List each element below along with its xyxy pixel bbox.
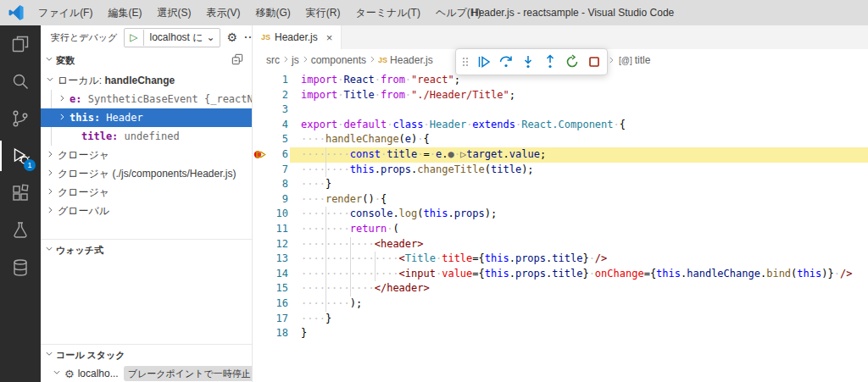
database-icon[interactable]	[0, 249, 41, 286]
code-token: React.Component	[521, 119, 613, 130]
step-into-button[interactable]	[518, 52, 538, 72]
section-watch[interactable]: ウォッチ式	[41, 241, 252, 259]
variables-tree-row[interactable]: クロージャ	[41, 146, 252, 164]
code-token: ;	[540, 148, 546, 160]
code-line[interactable]: 12············<header>	[253, 237, 868, 252]
code-editor: 1import·React·from·"react";2import·Title…	[253, 71, 868, 341]
launch-config-dropdown[interactable]: localhost に	[144, 30, 207, 45]
chevron-collapsed-icon[interactable]	[58, 93, 66, 105]
variables-tree-row[interactable]: グローバル	[41, 202, 252, 220]
code-line[interactable]: 11········return·(	[253, 222, 868, 237]
menu-item[interactable]: 表示(V)	[198, 0, 248, 25]
code-token: onChange	[595, 268, 644, 280]
line-number: 15	[264, 281, 288, 296]
code-token: }	[326, 178, 331, 190]
testing-flask-icon[interactable]	[0, 212, 41, 249]
breadcrumb-item[interactable]: js	[281, 54, 299, 66]
call-stack-thread-row[interactable]: ⚙ localho... ブレークポイントで一時停止しました	[41, 364, 252, 382]
code-token: this	[424, 208, 448, 219]
search-icon[interactable]	[0, 63, 41, 100]
code-text: ················<Title·title={this.props…	[301, 252, 607, 267]
code-line[interactable]: 5····handleChange(e)·{	[253, 132, 868, 147]
code-line[interactable]: 15············</header>	[253, 281, 868, 296]
section-call-stack[interactable]: コール スタック	[41, 346, 252, 364]
chevron-collapsed-icon[interactable]	[46, 168, 54, 180]
indent-guide	[326, 237, 326, 252]
variables-tree-row[interactable]: ローカル: handleChange	[41, 71, 252, 90]
vscode-window: ファイル(F)編集(E)選択(S)表示(V)移動(G)実行(R)ターミナル(T)…	[0, 0, 868, 382]
variables-tree-row[interactable]: this: Header	[41, 108, 252, 127]
section-divider	[41, 239, 252, 240]
code-line[interactable]: 14················<input·value={this.pro…	[253, 267, 868, 282]
code-line[interactable]: 17····}	[253, 312, 868, 327]
code-line[interactable]: 16········);	[253, 296, 868, 312]
code-token: changeTitle	[417, 163, 484, 175]
line-number: 11	[264, 222, 288, 237]
code-line[interactable]: 4export·default·class·Header·extends·Rea…	[253, 118, 868, 133]
code-line[interactable]: 9····render()·{	[253, 192, 868, 208]
breadcrumb-tail[interactable]: [@] title	[607, 49, 650, 71]
tab-header-js[interactable]: JS Header.js ×	[253, 25, 342, 49]
code-token: );	[350, 297, 362, 309]
variables-tree-row[interactable]: e: SyntheticBaseEvent {_reactNa…	[41, 90, 252, 108]
code-token: .	[375, 163, 381, 175]
sidebar-title: 実行とデバッグ	[51, 31, 117, 44]
code-line[interactable]: 8····}	[253, 177, 868, 192]
close-tab-icon[interactable]: ×	[326, 31, 333, 44]
code-line[interactable]: 6········const·title·=·e.●·▷target.value…	[253, 147, 868, 163]
chevron-collapsed-icon[interactable]	[46, 186, 54, 198]
extensions-icon[interactable]	[0, 174, 41, 212]
code-text: ········return·(	[301, 222, 399, 237]
debug-sidebar: 実行とデバッグ ▷ localhost に ⌄ ⚙ ··· 変数 ローカル: h…	[41, 25, 253, 382]
explorer-icon[interactable]	[0, 25, 41, 63]
menu-item[interactable]: 選択(S)	[149, 0, 198, 25]
indent-guide	[350, 281, 351, 296]
code-token: "react"	[411, 74, 454, 86]
code-line[interactable]: 10········console.log(this.props);	[253, 207, 868, 222]
code-line[interactable]: 18}	[253, 326, 868, 341]
collapse-all-icon[interactable]	[231, 53, 243, 67]
variables-tree-row[interactable]: クロージャ (./js/components/Header.js)	[41, 164, 252, 183]
code-token: Header	[430, 119, 466, 130]
variables-tree-row[interactable]: title: undefined	[41, 127, 252, 146]
code-token: this	[485, 268, 509, 280]
indent-guide	[350, 252, 351, 267]
menu-item[interactable]: 編集(E)	[100, 0, 149, 25]
source-control-icon[interactable]	[0, 100, 41, 137]
chevron-expanded-icon[interactable]	[46, 75, 54, 86]
drag-grip-icon[interactable]	[459, 55, 471, 69]
chevron-down-icon[interactable]: ⌄	[207, 31, 220, 43]
run-and-debug-icon[interactable]: 1	[0, 137, 41, 174]
step-over-button[interactable]	[496, 52, 516, 72]
start-debug-icon[interactable]: ▷	[125, 30, 143, 46]
variable-segment: undefined	[125, 130, 180, 142]
step-out-button[interactable]	[540, 52, 560, 72]
breadcrumb-item[interactable]: JSHeader.js	[368, 54, 433, 66]
indent-guide	[350, 267, 351, 282]
restart-button[interactable]	[562, 52, 582, 72]
section-variables[interactable]: 変数	[41, 51, 252, 69]
chevron-expanded-icon	[45, 350, 53, 360]
variable-text: e: SyntheticBaseEvent {_reactNa…	[70, 93, 252, 105]
debug-toolbar	[455, 48, 608, 75]
variable-segment: クロージャ	[58, 149, 109, 161]
code-line[interactable]: 13················<Title·title={this.pro…	[253, 252, 868, 267]
menu-item[interactable]: ファイル(F)	[31, 0, 100, 25]
inline-breakpoint-dot-icon: ●	[448, 148, 453, 160]
menu-item[interactable]: 実行(R)	[298, 0, 348, 25]
gear-icon[interactable]: ⚙	[227, 31, 238, 43]
chevron-collapsed-icon[interactable]	[58, 112, 66, 124]
menu-item[interactable]: 移動(G)	[248, 0, 298, 25]
chevron-collapsed-icon[interactable]	[46, 149, 54, 161]
continue-button[interactable]	[474, 52, 494, 72]
menu-item[interactable]: ターミナル(T)	[348, 0, 427, 25]
code-line[interactable]: 7········this.props.changeTitle(title);	[253, 163, 868, 178]
stop-button[interactable]	[584, 52, 604, 72]
code-text: ········this.props.changeTitle(title);	[301, 163, 534, 178]
code-line[interactable]: 3	[253, 102, 868, 118]
breadcrumb-item[interactable]: src	[266, 54, 280, 66]
chevron-collapsed-icon[interactable]	[46, 205, 54, 217]
variables-tree-row[interactable]: クロージャ	[41, 183, 252, 202]
code-line[interactable]: 2import·Title·from·"./Header/Title";	[253, 88, 868, 103]
breadcrumb-item[interactable]: components	[301, 54, 366, 66]
